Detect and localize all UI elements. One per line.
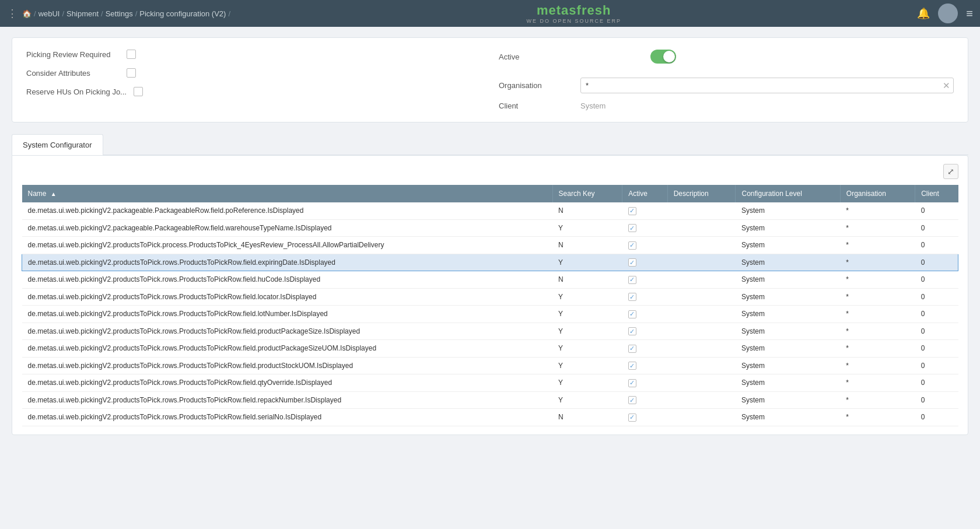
cell-name: de.metas.ui.web.pickingV2.productsToPick… <box>22 288 553 306</box>
active-checkbox[interactable] <box>628 396 636 404</box>
col-organisation[interactable]: Organisation <box>840 185 915 202</box>
organisation-input[interactable] <box>580 78 954 93</box>
active-checkbox[interactable] <box>628 293 636 301</box>
breadcrumb-settings[interactable]: Settings <box>106 9 133 18</box>
notification-bell-icon[interactable]: 🔔 <box>917 7 930 20</box>
col-config-level[interactable]: Configuration Level <box>736 185 840 202</box>
active-checkbox[interactable] <box>628 345 636 353</box>
cell-config-level: System <box>736 202 840 219</box>
table-row[interactable]: de.metas.ui.web.pickingV2.productsToPick… <box>22 391 958 409</box>
organisation-row: Organisation ✕ <box>499 78 954 93</box>
client-label: Client <box>499 101 569 110</box>
cell-client: 0 <box>915 409 958 426</box>
cell-name: de.metas.ui.web.pickingV2.productsToPick… <box>22 306 553 323</box>
col-name[interactable]: Name ▲ <box>22 185 553 202</box>
cell-description <box>667 288 736 306</box>
cell-search-key: Y <box>552 340 622 358</box>
client-value: System <box>580 101 606 110</box>
cell-active <box>622 374 667 392</box>
organisation-clear-button[interactable]: ✕ <box>943 80 950 91</box>
table-row[interactable]: de.metas.ui.web.pickingV2.packageable.Pa… <box>22 219 958 237</box>
active-checkbox[interactable] <box>628 276 636 284</box>
breadcrumb-webui[interactable]: webUI <box>38 9 60 18</box>
table-row[interactable]: de.metas.ui.web.pickingV2.productsToPick… <box>22 357 958 374</box>
toggle-knob <box>663 51 675 62</box>
table-row[interactable]: de.metas.ui.web.pickingV2.productsToPick… <box>22 374 958 392</box>
cell-active <box>622 409 667 426</box>
cell-config-level: System <box>736 340 840 358</box>
table-row[interactable]: de.metas.ui.web.pickingV2.productsToPick… <box>22 323 958 340</box>
cell-search-key: Y <box>552 254 622 271</box>
dots-menu-icon[interactable]: ⋮ <box>7 7 18 20</box>
cell-active <box>622 219 667 237</box>
cell-name: de.metas.ui.web.pickingV2.productsToPick… <box>22 271 553 289</box>
field-reserve-hus: Reserve HUs On Picking Jo... <box>26 87 481 96</box>
active-checkbox[interactable] <box>628 414 636 422</box>
picking-review-checkbox[interactable] <box>127 50 136 59</box>
cell-name: de.metas.ui.web.pickingV2.productsToPick… <box>22 357 553 374</box>
active-checkbox[interactable] <box>628 241 636 250</box>
menu-icon[interactable]: ≡ <box>966 7 973 20</box>
cell-organisation: * <box>840 306 915 323</box>
cell-client: 0 <box>915 288 958 306</box>
table-row[interactable]: de.metas.ui.web.pickingV2.productsToPick… <box>22 409 958 426</box>
cell-config-level: System <box>736 271 840 289</box>
active-toggle[interactable] <box>650 50 676 64</box>
cell-description <box>667 340 736 358</box>
active-checkbox[interactable] <box>628 362 636 370</box>
cell-search-key: Y <box>552 219 622 237</box>
app-logo: metasfresh WE DO OPEN SOURCE ERP <box>526 3 621 24</box>
active-checkbox[interactable] <box>628 258 636 267</box>
avatar[interactable] <box>938 3 958 23</box>
table-row[interactable]: de.metas.ui.web.pickingV2.productsToPick… <box>22 271 958 289</box>
active-checkbox[interactable] <box>628 379 636 387</box>
active-checkbox[interactable] <box>628 327 636 335</box>
cell-name: de.metas.ui.web.pickingV2.productsToPick… <box>22 374 553 392</box>
col-description[interactable]: Description <box>667 185 736 202</box>
table-row[interactable]: de.metas.ui.web.pickingV2.packageable.Pa… <box>22 202 958 219</box>
active-checkbox[interactable] <box>628 207 636 215</box>
cell-name: de.metas.ui.web.pickingV2.productsToPick… <box>22 237 553 254</box>
cell-organisation: * <box>840 288 915 306</box>
expand-button[interactable]: ⤢ <box>943 164 958 179</box>
active-checkbox[interactable] <box>628 224 636 232</box>
nav-right: 🔔 ≡ <box>917 3 973 23</box>
cell-search-key: Y <box>552 323 622 340</box>
table-row[interactable]: de.metas.ui.web.pickingV2.productsToPick… <box>22 340 958 358</box>
cell-config-level: System <box>736 306 840 323</box>
cell-config-level: System <box>736 357 840 374</box>
consider-attributes-checkbox[interactable] <box>127 68 136 78</box>
table-row[interactable]: de.metas.ui.web.pickingV2.productsToPick… <box>22 237 958 254</box>
cell-config-level: System <box>736 374 840 392</box>
col-client[interactable]: Client <box>915 185 958 202</box>
cell-organisation: * <box>840 271 915 289</box>
cell-organisation: * <box>840 254 915 271</box>
cell-active <box>622 237 667 254</box>
nav-left: ⋮ 🏠 / webUI / Shipment / Settings / Pick… <box>7 7 230 20</box>
cell-organisation: * <box>840 323 915 340</box>
cell-name: de.metas.ui.web.pickingV2.packageable.Pa… <box>22 219 553 237</box>
cell-config-level: System <box>736 409 840 426</box>
consider-attributes-label: Consider Attributes <box>26 69 120 78</box>
col-active[interactable]: Active <box>622 185 667 202</box>
reserve-hus-checkbox[interactable] <box>134 87 143 96</box>
cell-search-key: Y <box>552 357 622 374</box>
cell-description <box>667 374 736 392</box>
cell-name: de.metas.ui.web.pickingV2.productsToPick… <box>22 254 553 271</box>
active-checkbox[interactable] <box>628 310 636 318</box>
table-row[interactable]: de.metas.ui.web.pickingV2.productsToPick… <box>22 306 958 323</box>
cell-description <box>667 254 736 271</box>
tab-system-configurator[interactable]: System Configurator <box>12 134 103 155</box>
form-right-section: Active Organisation ✕ Client System <box>499 50 954 110</box>
breadcrumb-shipment[interactable]: Shipment <box>66 9 99 18</box>
cell-active <box>622 357 667 374</box>
home-icon[interactable]: 🏠 <box>22 9 32 18</box>
col-search-key[interactable]: Search Key <box>552 185 622 202</box>
table-row[interactable]: de.metas.ui.web.pickingV2.productsToPick… <box>22 288 958 306</box>
breadcrumb-picking-config[interactable]: Picking configuration (V2) <box>139 9 226 18</box>
table-row[interactable]: de.metas.ui.web.pickingV2.productsToPick… <box>22 254 958 271</box>
cell-client: 0 <box>915 340 958 358</box>
cell-active <box>622 202 667 219</box>
cell-description <box>667 357 736 374</box>
cell-client: 0 <box>915 323 958 340</box>
